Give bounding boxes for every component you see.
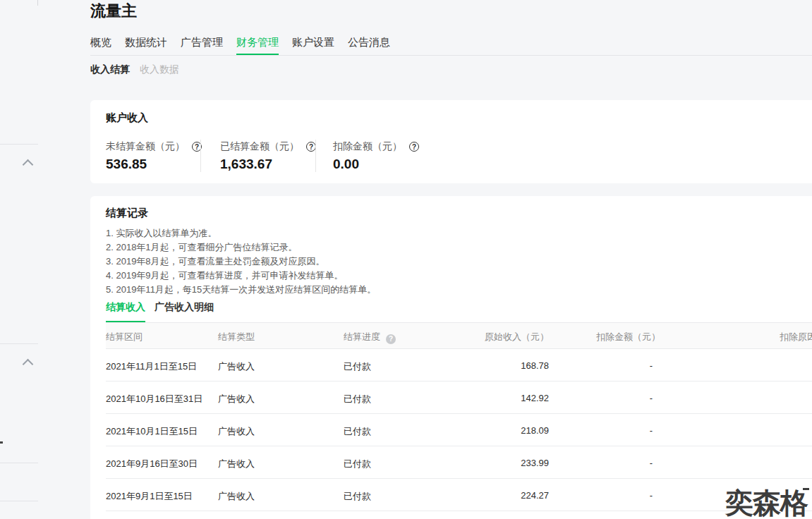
metric-settled-value: 1,633.67 [220,157,316,172]
metric-divider [200,140,201,172]
table-row: 2021年10月16日至31日 广告收入 已付款 142.92 - - [106,381,812,414]
account-income-title: 账户收入 [106,111,148,125]
cell-deduction: - [648,490,655,501]
note-line: 2. 2018年1月起，可查看细分广告位结算记录。 [106,240,376,255]
tab-account-settings[interactable]: 账户设置 [292,37,334,56]
header-period: 结算区间 [106,331,143,343]
cell-type: 广告收入 [218,490,255,503]
account-income-card: 账户收入 未结算金额（元） ? 536.85 已结算金额（元） ? 1,633.… [90,100,812,183]
tab-data-stats[interactable]: 数据统计 [125,37,167,56]
note-line: 4. 2019年9月起，可查看结算进度，并可申请补发结算单。 [106,269,376,283]
cell-type: 广告收入 [218,360,255,373]
cell-income: 168.78 [457,360,549,371]
note-line: 1. 实际收入以结算单为准。 [106,226,376,240]
page-title: 流量主 [90,1,137,22]
cell-reason: - [780,458,812,468]
header-deduction: 扣除金额（元） [596,331,674,343]
table-header: 结算区间 结算类型 结算进度? 原始收入（元） 扣除金额（元） 扣除原因 [106,323,812,349]
cell-type: 广告收入 [218,425,255,438]
tab-finance-management[interactable]: 财务管理 [236,37,279,56]
cell-period: 2021年11月1日至15日 [106,360,197,373]
cell-reason: - [780,360,812,371]
cell-income: 142.92 [457,393,549,403]
cell-income: 218.09 [457,425,549,436]
tab-announcements[interactable]: 公告消息 [348,37,390,56]
cell-type: 广告收入 [218,458,255,470]
cell-period: 2021年9月16日至30日 [106,458,198,470]
header-original-income: 原始收入（元） [457,331,549,343]
metric-settled: 已结算金额（元） ? 1,633.67 [220,140,316,172]
cell-period: 2021年10月16日至31日 [106,393,202,405]
cell-progress: 已付款 [344,360,371,373]
help-icon[interactable]: ? [409,142,419,152]
table-row: 2021年11月1日至15日 广告收入 已付款 168.78 - - [106,349,812,381]
subtab-income-settlement[interactable]: 收入结算 [90,63,130,76]
settlement-tabs: 结算收入 广告收入明细 [106,302,214,323]
metric-divider [315,140,316,172]
table-row-partial [106,511,812,519]
screen: 流量主 概览 数据统计 广告管理 财务管理 账户设置 公告消息 收入结算 收入数… [0,0,812,519]
chevron-up-icon[interactable] [23,159,34,171]
cell-income: 224.27 [457,490,549,501]
cell-period: 2021年9月1日至15日 [106,490,193,503]
sidebar-divider [0,501,38,501]
cell-deduction: - [648,393,655,403]
metric-deducted-value: 0.00 [333,157,419,172]
subtab-income-data[interactable]: 收入数据 [140,63,179,76]
progress-help-icon[interactable]: ? [386,334,396,344]
table-row: 2021年9月1日至15日 广告收入 已付款 224.27 - - [106,479,812,511]
metric-deducted: 扣除金额（元） ? 0.00 [333,140,419,172]
cell-progress: 已付款 [344,393,371,405]
tab-ad-income-detail[interactable]: 广告收入明细 [154,302,214,323]
header-progress: 结算进度? [344,331,396,344]
cell-reason: - [780,425,812,436]
table-row: 2021年9月16日至30日 广告收入 已付款 233.99 - - [106,446,812,479]
help-icon[interactable]: ? [306,142,316,152]
note-line: 3. 2019年8月起，可查看流量主处罚金额及对应原因。 [106,255,376,269]
sidebar-text-fragment [0,441,3,444]
tabs-divider [90,55,812,56]
table-row: 2021年10月1日至15日 广告收入 已付款 218.09 - - [106,414,812,446]
sidebar-divider [0,463,38,463]
metric-unsettled: 未结算金额（元） ? 536.85 [106,140,202,172]
cell-reason: - [780,393,812,403]
metric-unsettled-label: 未结算金额（元） [106,140,185,153]
sidebar-top-divider [37,0,38,6]
cell-type: 广告收入 [218,393,255,405]
cell-progress: 已付款 [344,490,371,503]
chevron-up-icon[interactable] [23,359,34,370]
cell-progress: 已付款 [344,458,371,470]
cell-deduction: - [648,425,655,436]
metric-deducted-label: 扣除金额（元） [333,140,402,153]
sub-tabs: 收入结算 收入数据 [90,63,179,76]
metric-settled-label: 已结算金额（元） [220,140,299,153]
header-deduction-reason: 扣除原因 [780,331,812,343]
cell-deduction: - [648,360,655,371]
cell-progress: 已付款 [344,425,371,438]
tab-ad-management[interactable]: 广告管理 [181,37,223,56]
cell-deduction: - [648,458,655,468]
header-type: 结算类型 [218,331,255,343]
note-line: 5. 2019年11月起，每15天结算一次并发送对应结算区间的结算单。 [106,283,376,297]
tab-settlement-income[interactable]: 结算收入 [106,302,145,323]
sidebar-divider [0,343,38,344]
left-sidebar [0,0,38,519]
settlement-title: 结算记录 [106,207,148,220]
tab-overview[interactable]: 概览 [90,37,111,56]
settlement-records-card: 结算记录 1. 实际收入以结算单为准。 2. 2018年1月起，可查看细分广告位… [90,196,812,519]
cell-period: 2021年10月1日至15日 [106,425,198,438]
metric-unsettled-value: 536.85 [106,157,202,172]
settlement-notes: 1. 实际收入以结算单为准。 2. 2018年1月起，可查看细分广告位结算记录。… [106,226,376,297]
cell-income: 233.99 [457,458,549,468]
main-tabs: 概览 数据统计 广告管理 财务管理 账户设置 公告消息 [90,37,390,56]
sidebar-divider [0,144,38,145]
watermark-logo: 奕森格 [725,489,808,517]
